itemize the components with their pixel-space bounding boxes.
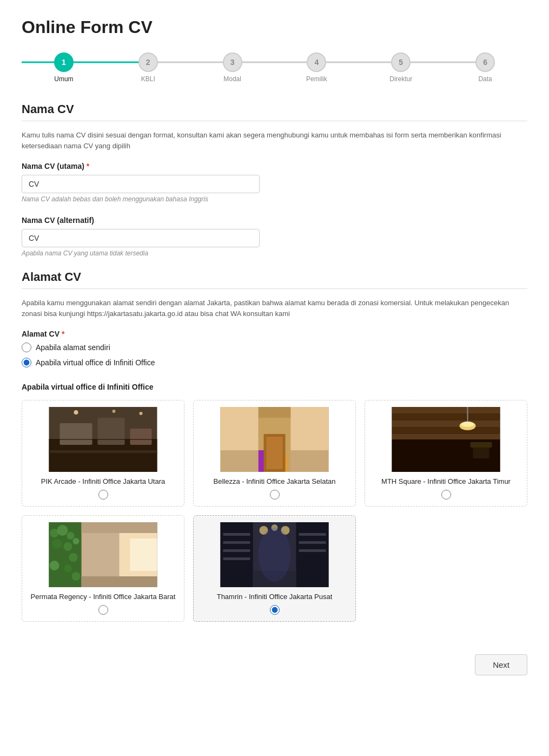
stepper-label-pemilik: Pemilik xyxy=(306,75,327,83)
svg-rect-30 xyxy=(392,434,500,439)
section-nama-desc: Kamu tulis nama CV disini sesuai dengan … xyxy=(22,130,527,151)
svg-rect-28 xyxy=(392,420,500,427)
stepper: 1 Umum 2 KBLI 3 Modal 4 Pemilik xyxy=(22,52,527,83)
stepper-item-direktur[interactable]: 5 Direktur xyxy=(359,52,443,83)
office-name-mth: MTH Square - Infiniti Office Jakarta Tim… xyxy=(381,477,511,485)
radio-alamat-virtual[interactable]: Apabila virtual office di Infiniti Offic… xyxy=(22,358,527,367)
stepper-item-data[interactable]: 6 Data xyxy=(443,52,527,83)
office-name-thamrin: Thamrin - Infiniti Office Jakarta Pusat xyxy=(217,593,333,601)
stepper-item-kbli[interactable]: 2 KBLI xyxy=(106,52,190,83)
stepper-label-umum: Umum xyxy=(54,75,73,83)
section-alamat-desc: Apabila kamu menggunakan alamat sendiri … xyxy=(22,298,527,319)
section-alamat-title: Alamat CV xyxy=(22,270,527,284)
virtual-office-section-label: Apabila virtual office di Infiniti Offic… xyxy=(22,383,527,391)
svg-rect-26 xyxy=(392,407,500,413)
svg-point-70 xyxy=(259,528,291,582)
svg-point-45 xyxy=(55,549,65,560)
section-nama-title: Nama CV xyxy=(22,102,527,116)
svg-rect-65 xyxy=(299,549,326,552)
office-img-thamrin xyxy=(200,522,349,587)
stepper-item-pemilik[interactable]: 4 Pemilik xyxy=(274,52,359,83)
radio-sendiri-input[interactable] xyxy=(22,343,31,352)
svg-rect-53 xyxy=(82,576,157,587)
stepper-circle-4: 4 xyxy=(307,52,326,72)
svg-point-41 xyxy=(67,532,75,540)
stepper-label-kbli: KBLI xyxy=(141,75,155,83)
svg-rect-3 xyxy=(98,418,125,445)
svg-point-40 xyxy=(57,525,68,536)
office-img-mth xyxy=(372,407,520,472)
nama-alternatif-hint: Apabila nama CV yang utama tidak tersedi… xyxy=(22,249,527,257)
office-img-permata xyxy=(29,522,177,587)
office-img-pik xyxy=(29,407,177,472)
office-name-permata: Permata Regency - Infiniti Office Jakart… xyxy=(31,593,176,601)
svg-rect-60 xyxy=(223,541,250,544)
stepper-item-umum[interactable]: 1 Umum xyxy=(22,52,106,83)
section-alamat-divider xyxy=(22,288,527,289)
stepper-circle-5: 5 xyxy=(391,52,411,72)
svg-point-46 xyxy=(69,553,78,562)
svg-point-7 xyxy=(74,410,78,415)
radio-virtual-input[interactable] xyxy=(22,358,31,367)
svg-rect-58 xyxy=(296,522,329,587)
svg-point-43 xyxy=(64,542,72,551)
page-title: Online Form CV xyxy=(22,17,527,37)
svg-point-33 xyxy=(461,422,474,427)
field-group-alamat: Alamat CV * Apabila alamat sendiri Apabi… xyxy=(22,330,527,367)
stepper-circle-6: 6 xyxy=(475,52,495,72)
svg-rect-5 xyxy=(49,450,157,453)
office-name-pik: PIK Arcade - Infiniti Office Jakarta Uta… xyxy=(41,477,166,485)
office-radio-bellezza[interactable] xyxy=(270,490,280,499)
next-button[interactable]: Next xyxy=(475,654,527,675)
svg-point-49 xyxy=(72,572,81,581)
svg-rect-62 xyxy=(223,557,250,560)
svg-point-9 xyxy=(140,412,143,415)
svg-rect-57 xyxy=(221,522,253,587)
svg-rect-63 xyxy=(299,533,326,536)
svg-rect-23 xyxy=(267,437,283,469)
svg-point-47 xyxy=(50,561,59,570)
office-card-bellezza[interactable]: Bellezza - Infiniti Office Jakarta Selat… xyxy=(193,400,356,507)
office-grid: PIK Arcade - Infiniti Office Jakarta Uta… xyxy=(22,400,527,622)
svg-rect-29 xyxy=(392,428,500,433)
field-group-nama-alternatif: Nama CV (alternatif) Apabila nama CV yan… xyxy=(22,216,527,257)
svg-rect-4 xyxy=(130,429,152,445)
office-radio-thamrin[interactable] xyxy=(270,605,280,615)
svg-rect-52 xyxy=(130,538,157,571)
svg-rect-35 xyxy=(471,442,492,448)
radio-alamat-sendiri[interactable]: Apabila alamat sendiri xyxy=(22,343,527,352)
stepper-item-modal[interactable]: 3 Modal xyxy=(190,52,275,83)
stepper-label-direktur: Direktur xyxy=(389,75,412,83)
svg-rect-61 xyxy=(223,549,250,552)
office-radio-mth[interactable] xyxy=(441,490,451,499)
svg-point-8 xyxy=(113,410,116,413)
office-card-thamrin[interactable]: Thamrin - Infiniti Office Jakarta Pusat xyxy=(193,515,356,622)
office-img-bellezza xyxy=(200,407,349,472)
svg-rect-21 xyxy=(291,407,329,450)
stepper-circle-2: 2 xyxy=(138,52,158,72)
nama-utama-label: Nama CV (utama) * xyxy=(22,162,527,170)
office-card-permata[interactable]: Permata Regency - Infiniti Office Jakart… xyxy=(22,515,184,622)
office-radio-permata[interactable] xyxy=(98,605,108,615)
nama-alternatif-label: Nama CV (alternatif) xyxy=(22,216,527,225)
office-radio-pik[interactable] xyxy=(98,490,108,499)
nama-utama-hint: Nama CV adalah bebas dan boleh menggunak… xyxy=(22,195,527,203)
field-group-nama-utama: Nama CV (utama) * Nama CV adalah bebas d… xyxy=(22,162,527,203)
section-nama-divider xyxy=(22,121,527,121)
footer-bar: Next xyxy=(22,643,527,675)
nama-alternatif-input[interactable] xyxy=(22,229,260,247)
svg-rect-27 xyxy=(392,414,500,420)
svg-point-48 xyxy=(64,564,72,572)
radio-sendiri-label: Apabila alamat sendiri xyxy=(36,343,110,352)
stepper-label-modal: Modal xyxy=(223,75,241,83)
svg-rect-20 xyxy=(221,407,259,450)
radio-virtual-label: Apabila virtual office di Infiniti Offic… xyxy=(36,358,155,367)
svg-rect-59 xyxy=(223,533,250,536)
svg-point-44 xyxy=(73,538,80,544)
svg-rect-64 xyxy=(299,541,326,544)
alamat-label: Alamat CV * xyxy=(22,330,527,338)
office-card-mth[interactable]: MTH Square - Infiniti Office Jakarta Tim… xyxy=(365,400,527,507)
nama-utama-input[interactable] xyxy=(22,175,260,193)
office-card-pik[interactable]: PIK Arcade - Infiniti Office Jakarta Uta… xyxy=(22,400,184,507)
stepper-label-data: Data xyxy=(478,75,492,83)
